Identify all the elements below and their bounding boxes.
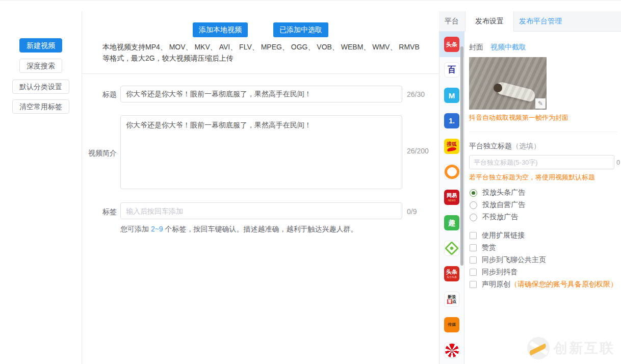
dayu-glyph: M	[449, 92, 455, 99]
watermark-text: 创新互联	[554, 339, 615, 357]
tags-hint-prefix: 您可添加	[120, 225, 151, 233]
independent-title-hint: 若平台独立标题为空，将使用视频默认标题	[469, 173, 595, 182]
add-local-video-button[interactable]: 添加本地视频	[193, 22, 248, 37]
description-textarea[interactable]	[120, 115, 402, 189]
platform-strip: 头条百M1.搜狐网易NEWS趣头条东方头条新浪看点传媒	[439, 32, 464, 364]
checkbox-label-extended-link: 使用扩展链接	[482, 231, 525, 240]
tab-publish-settings[interactable]: 发布设置	[465, 11, 514, 32]
sidebar-button-clear-common-tags[interactable]: 清空常用标签	[12, 99, 69, 114]
xinlang-kandian-glyph: 新浪	[448, 295, 456, 299]
independent-title-input[interactable]	[469, 155, 614, 169]
independent-title-optional: （选填）	[512, 142, 540, 150]
checkbox-note-declare-original: （请确保您的账号具备原创权限）	[510, 280, 617, 289]
wangyi-badge: 网易NEWS	[444, 190, 459, 205]
checkbox-option-declare-original[interactable]: 声明原创（请确保您的账号具备原创权限）	[470, 278, 617, 291]
radio-label-self-ad: 投放自营广告	[482, 200, 525, 210]
publish-settings-panel: 封面 视频中截取 ✎ 抖音自动截取视频第一帧作为封面 平台独立标题（选填） 0 …	[465, 32, 621, 364]
radio-option-self-ad[interactable]: 投放自营广告	[470, 199, 525, 211]
orange-ring-badge	[444, 164, 459, 179]
checkbox-label-declare-original: 声明原创	[482, 280, 510, 289]
xinlang-kandian-glyph: 看点	[447, 300, 456, 304]
wangyi-glyph: 网易	[447, 193, 457, 198]
checkbox-option-extended-link[interactable]: 使用扩展链接	[470, 229, 617, 242]
watermark-logo-icon	[527, 337, 550, 359]
checkbox-option-sync-feiliao[interactable]: 同步到飞聊公共主页	[470, 254, 617, 266]
radio-icon-self-ad[interactable]	[470, 201, 477, 209]
yidianzixun-badge: 1.	[444, 113, 459, 128]
orange-media-badge: 传媒	[444, 317, 459, 332]
sohu-fox-swoosh	[447, 146, 457, 151]
checkbox-icon-sync-feiliao[interactable]	[470, 256, 477, 264]
checkbox-label-sync-douyin: 同步到抖音	[482, 268, 518, 277]
fenghuang-glyph	[445, 344, 459, 357]
cover-thumbnail[interactable]: ✎	[469, 57, 547, 110]
checkbox-label-reward: 赞赏	[482, 243, 496, 252]
green-eye-glyph	[445, 241, 459, 255]
page: 新建视频深度搜索默认分类设置清空常用标签 添加本地视频 已添加中选取 本地视频支…	[0, 0, 621, 364]
title-input[interactable]	[120, 86, 402, 102]
sohu-badge: 搜狐	[444, 139, 459, 154]
sohu-glyph: 搜狐	[447, 142, 457, 147]
description-counter: 26/200	[407, 147, 429, 155]
orange-media-glyph: 传媒	[448, 323, 456, 327]
tags-hint-range: 2~9	[151, 225, 163, 233]
tab-platform-manage[interactable]: 发布平台管理	[519, 11, 562, 31]
toutiao-badge: 头条	[444, 37, 459, 52]
dongfang-toutiao-badge: 头条东方头条	[444, 266, 459, 281]
green-eye-badge	[444, 241, 459, 256]
independent-title-counter: 0	[616, 159, 620, 166]
independent-title-text: 平台独立标题	[469, 142, 512, 150]
checkbox-icon-declare-original[interactable]	[470, 281, 477, 288]
settings-divider	[469, 132, 617, 132]
cover-capture-link[interactable]: 视频中截取	[490, 43, 526, 52]
checkbox-icon-sync-douyin[interactable]	[470, 269, 477, 276]
upload-button-row: 添加本地视频 已添加中选取	[82, 22, 439, 37]
platform-icon-orange-media[interactable]: 传媒	[439, 312, 464, 337]
qutoutiao-glyph: 趣	[448, 219, 455, 226]
tags-counter: 0/9	[407, 207, 417, 216]
sidebar-button-new-video[interactable]: 新建视频	[19, 38, 62, 53]
checkbox-option-reward[interactable]: 赞赏	[470, 242, 617, 254]
description-label: 视频简介	[82, 149, 117, 158]
watermark: 创新互联	[527, 337, 615, 359]
dayu-badge: M	[444, 88, 459, 103]
cover-edit-icon[interactable]: ✎	[535, 98, 546, 109]
radio-option-no-ad[interactable]: 不投放广告	[470, 211, 525, 223]
yidianzixun-glyph: 1.	[449, 117, 455, 124]
dongfang-toutiao-glyph: 头条	[446, 269, 457, 275]
platform-icon-xinlang-kandian[interactable]: 新浪看点	[439, 287, 464, 312]
tab-platform[interactable]: 平台	[439, 11, 464, 31]
tags-hint: 您可添加 2~9 个标签，按回车键确认。描述越准确，越利于触达兴趣人群。	[120, 225, 358, 234]
pick-from-added-button[interactable]: 已添加中选取	[273, 22, 328, 37]
title-label: 标题	[82, 90, 117, 99]
radio-icon-no-ad[interactable]	[470, 214, 477, 221]
sidebar-button-default-category-settings[interactable]: 默认分类设置	[12, 80, 69, 94]
baijiahao-badge: 百	[444, 62, 459, 77]
checkbox-icon-extended-link[interactable]	[470, 232, 477, 239]
tags-label: 标签	[82, 207, 117, 217]
checkbox-icon-reward[interactable]	[470, 244, 477, 251]
tags-input[interactable]	[120, 202, 402, 219]
dongfang-toutiao-sub-glyph: 东方头条	[447, 276, 457, 278]
ad-radio-group: 投放头条广告投放自营广告不投放广告	[470, 187, 525, 223]
section-divider	[82, 73, 439, 74]
checkbox-label-sync-feiliao: 同步到飞聊公共主页	[482, 255, 546, 265]
sidebar-button-deep-search[interactable]: 深度搜索	[19, 59, 62, 73]
checkbox-option-sync-douyin[interactable]: 同步到抖音	[470, 266, 617, 278]
right-tabbar: 平台 发布设置 发布平台管理	[439, 11, 621, 32]
radio-label-no-ad: 不投放广告	[482, 213, 518, 222]
tags-hint-suffix: 个标签，按回车键确认。描述越准确，越利于触达兴趣人群。	[163, 225, 358, 233]
platform-strip-scrollbar[interactable]	[460, 46, 463, 266]
title-counter: 26/30	[407, 90, 425, 98]
radio-icon-toutiao-ad[interactable]	[470, 189, 477, 197]
wangyi-sub-glyph: NEWS	[448, 199, 456, 202]
radio-label-toutiao-ad: 投放头条广告	[482, 188, 525, 197]
independent-title-label: 平台独立标题（选填）	[469, 142, 540, 151]
radio-option-toutiao-ad[interactable]: 投放头条广告	[470, 187, 525, 199]
xinlang-kandian-badge: 新浪看点	[444, 292, 459, 307]
format-note: 本地视频支持MP4、 MOV、 MKV、 AVI、 FLV、 MPEG、 OGG…	[102, 41, 421, 64]
cover-note: 抖音自动截取视频第一帧作为封面	[469, 113, 568, 122]
publish-checkbox-group: 使用扩展链接赞赏同步到飞聊公共主页同步到抖音声明原创（请确保您的账号具备原创权限…	[470, 229, 617, 291]
orange-ring-glyph	[445, 165, 459, 179]
platform-icon-fenghuang[interactable]	[439, 337, 464, 363]
